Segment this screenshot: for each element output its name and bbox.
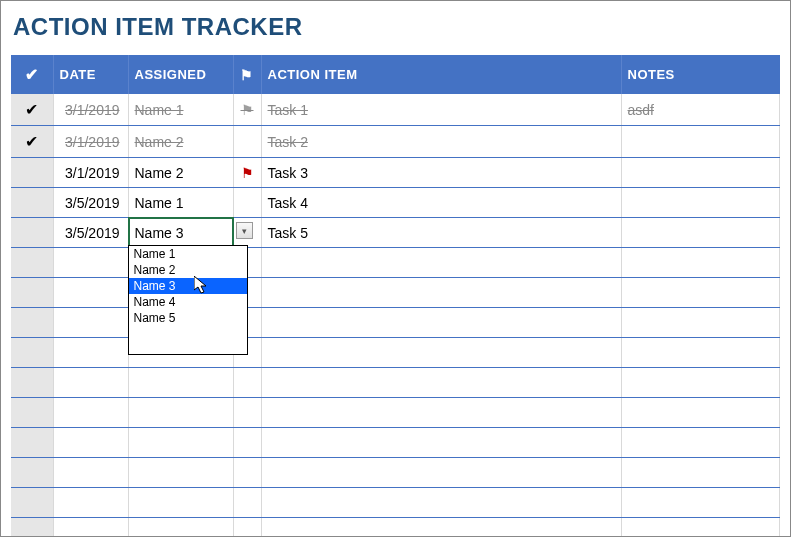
empty-cell[interactable]	[53, 368, 128, 398]
empty-cell[interactable]	[53, 278, 128, 308]
empty-cell[interactable]	[233, 488, 261, 518]
assigned-cell[interactable]: Name 1	[128, 188, 233, 218]
empty-cell[interactable]	[261, 428, 621, 458]
table-row: ✔3/1/2019Name 2Task 2	[11, 126, 780, 158]
empty-cell[interactable]	[261, 368, 621, 398]
check-cell[interactable]	[11, 188, 53, 218]
empty-cell[interactable]	[261, 518, 621, 538]
empty-cell[interactable]	[128, 428, 233, 458]
empty-cell[interactable]	[621, 518, 780, 538]
empty-cell[interactable]	[621, 368, 780, 398]
empty-cell[interactable]	[11, 308, 53, 338]
action-cell[interactable]: Task 3	[261, 158, 621, 188]
date-cell[interactable]: 3/5/2019	[53, 218, 128, 248]
empty-cell[interactable]	[128, 368, 233, 398]
empty-cell[interactable]	[261, 488, 621, 518]
empty-cell[interactable]	[261, 248, 621, 278]
assigned-cell[interactable]: Name 1	[128, 94, 233, 126]
empty-cell[interactable]	[621, 488, 780, 518]
dropdown-option[interactable]: Name 5	[129, 310, 247, 326]
notes-cell[interactable]	[621, 126, 780, 158]
check-cell[interactable]	[11, 158, 53, 188]
empty-cell[interactable]	[621, 398, 780, 428]
empty-cell[interactable]	[233, 398, 261, 428]
header-flag[interactable]: ⚑	[233, 55, 261, 94]
empty-cell[interactable]	[53, 428, 128, 458]
check-cell[interactable]: ✔	[11, 126, 53, 158]
empty-cell[interactable]	[621, 458, 780, 488]
dropdown-option[interactable]: Name 1	[129, 246, 247, 262]
notes-cell[interactable]	[621, 158, 780, 188]
empty-cell[interactable]	[621, 428, 780, 458]
dropdown-button[interactable]: ▾	[236, 222, 253, 239]
date-cell[interactable]: 3/1/2019	[53, 126, 128, 158]
notes-cell[interactable]	[621, 218, 780, 248]
assigned-cell[interactable]: Name 3▾Name 1Name 2Name 3Name 4Name 5	[128, 218, 233, 248]
header-assigned[interactable]: ASSIGNED	[128, 55, 233, 94]
empty-cell[interactable]	[233, 518, 261, 538]
flag-cell[interactable]: ⚑	[233, 94, 261, 126]
notes-cell[interactable]	[621, 188, 780, 218]
check-cell[interactable]	[11, 218, 53, 248]
empty-cell[interactable]	[128, 458, 233, 488]
empty-cell[interactable]	[261, 338, 621, 368]
empty-cell[interactable]	[261, 458, 621, 488]
table-row-empty	[11, 488, 780, 518]
empty-cell[interactable]	[233, 428, 261, 458]
dropdown-option[interactable]: Name 3	[129, 278, 247, 294]
check-cell[interactable]: ✔	[11, 94, 53, 126]
date-cell[interactable]: 3/5/2019	[53, 188, 128, 218]
empty-cell[interactable]	[11, 368, 53, 398]
empty-cell[interactable]	[233, 368, 261, 398]
table-row-empty	[11, 428, 780, 458]
empty-cell[interactable]	[621, 338, 780, 368]
header-notes[interactable]: NOTES	[621, 55, 780, 94]
empty-cell[interactable]	[11, 248, 53, 278]
empty-cell[interactable]	[11, 338, 53, 368]
action-cell[interactable]: Task 1	[261, 94, 621, 126]
empty-cell[interactable]	[621, 308, 780, 338]
empty-cell[interactable]	[128, 488, 233, 518]
assigned-cell[interactable]: Name 2	[128, 126, 233, 158]
empty-cell[interactable]	[11, 398, 53, 428]
header-date[interactable]: DATE	[53, 55, 128, 94]
empty-cell[interactable]	[11, 278, 53, 308]
empty-cell[interactable]	[128, 518, 233, 538]
header-check[interactable]: ✔	[11, 55, 53, 94]
action-cell[interactable]: Task 4	[261, 188, 621, 218]
empty-cell[interactable]	[53, 308, 128, 338]
empty-cell[interactable]	[261, 398, 621, 428]
empty-cell[interactable]	[128, 398, 233, 428]
empty-cell[interactable]	[53, 518, 128, 538]
empty-cell[interactable]	[233, 458, 261, 488]
action-cell[interactable]: Task 2	[261, 126, 621, 158]
notes-cell[interactable]: asdf	[621, 94, 780, 126]
header-action[interactable]: ACTION ITEM	[261, 55, 621, 94]
flag-icon: ⚑	[241, 165, 254, 181]
assigned-text: Name 1	[135, 102, 184, 118]
empty-cell[interactable]	[11, 458, 53, 488]
empty-cell[interactable]	[53, 488, 128, 518]
action-cell[interactable]: Task 5	[261, 218, 621, 248]
empty-cell[interactable]	[11, 488, 53, 518]
empty-cell[interactable]	[261, 278, 621, 308]
flag-cell[interactable]	[233, 126, 261, 158]
date-cell[interactable]: 3/1/2019	[53, 94, 128, 126]
table-row-empty	[11, 368, 780, 398]
empty-cell[interactable]	[53, 458, 128, 488]
empty-cell[interactable]	[621, 278, 780, 308]
dropdown-option[interactable]: Name 2	[129, 262, 247, 278]
empty-cell[interactable]	[261, 308, 621, 338]
empty-cell[interactable]	[11, 428, 53, 458]
empty-cell[interactable]	[53, 338, 128, 368]
empty-cell[interactable]	[53, 398, 128, 428]
date-cell[interactable]: 3/1/2019	[53, 158, 128, 188]
empty-cell[interactable]	[621, 248, 780, 278]
empty-cell[interactable]	[11, 518, 53, 538]
flag-cell[interactable]	[233, 188, 261, 218]
assigned-cell[interactable]: Name 2	[128, 158, 233, 188]
check-icon: ✔	[25, 101, 38, 118]
empty-cell[interactable]	[53, 248, 128, 278]
dropdown-option[interactable]: Name 4	[129, 294, 247, 310]
flag-cell[interactable]: ⚑	[233, 158, 261, 188]
